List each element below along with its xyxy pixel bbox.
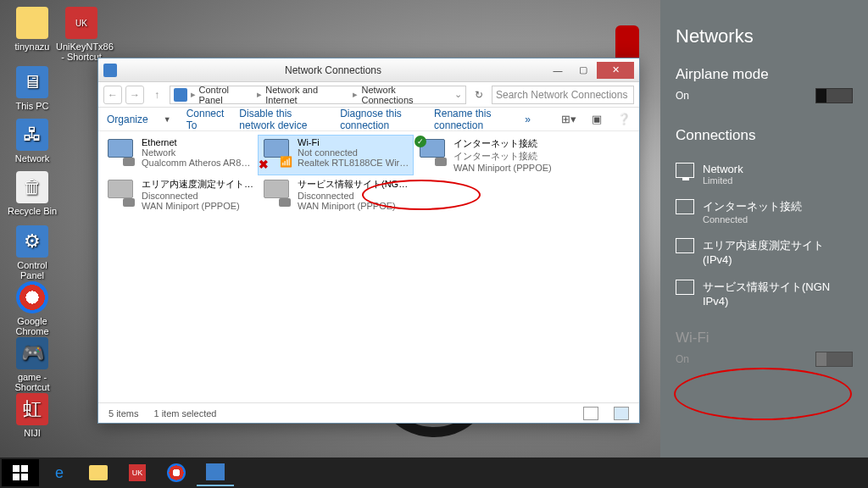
- crumb-sep: ▸: [191, 89, 196, 100]
- desktop-icon-controlpanel[interactable]: ⚙Control Panel: [7, 225, 58, 280]
- desktop-icon-recyclebin[interactable]: 🗑Recycle Bin: [7, 171, 58, 216]
- status-bar: 5 items 1 item selected: [98, 402, 639, 423]
- connection-status: Disconnected: [298, 191, 411, 201]
- icons-view-icon[interactable]: [614, 407, 629, 420]
- connection-status: インターネット接続: [453, 150, 567, 163]
- network-icon: 🖧: [16, 119, 48, 151]
- item-count: 5 items: [108, 408, 138, 419]
- breadcrumb-item[interactable]: Network and Internet: [265, 85, 349, 105]
- svg-rect-2: [13, 474, 19, 480]
- connection-item-ethernet[interactable]: EthernetNetworkQualcomm Atheros AR8151 P…: [102, 135, 258, 175]
- connection-icon: [260, 178, 292, 210]
- close-button[interactable]: ✕: [597, 62, 634, 79]
- charm-connection-network[interactable]: NetworkLimited: [676, 156, 853, 192]
- breadcrumb-item[interactable]: Control Panel: [199, 85, 254, 105]
- window-title: Network Connections: [122, 64, 544, 76]
- icon-label: NIJI: [24, 428, 41, 438]
- crumb-sep: ▸: [353, 89, 358, 100]
- refresh-button[interactable]: ↻: [470, 86, 488, 104]
- connection-item-internet-jp[interactable]: ✓ インターネット接続インターネット接続WAN Miniport (PPPOE): [414, 135, 570, 175]
- breadcrumb-item[interactable]: Network Connections: [361, 85, 448, 105]
- desktop-icon-network[interactable]: 🖧Network: [7, 119, 58, 164]
- chrome-icon: [16, 281, 48, 313]
- taskbar: e UK: [0, 458, 868, 488]
- connection-name: サービス情報サイト(NGN IPv4): [298, 178, 411, 191]
- search-input[interactable]: Search Network Connections: [492, 86, 634, 104]
- more-button[interactable]: »: [525, 114, 531, 125]
- airplane-mode-toggle[interactable]: [815, 88, 853, 103]
- unikey-icon: UK: [129, 464, 146, 481]
- airplane-mode-state: On: [676, 90, 689, 102]
- app-icon: [206, 463, 225, 480]
- disable-device-button[interactable]: Disable this network device: [239, 108, 325, 131]
- wifi-signal-icon: 📶: [280, 156, 292, 168]
- desktop-icon-thispc[interactable]: 🖥This PC: [7, 66, 58, 111]
- app-icon: 虹: [16, 393, 48, 425]
- charm-connection-ngn[interactable]: サービス情報サイト(NGN IPv4): [676, 273, 853, 314]
- connection-name: Wi-Fi: [298, 137, 411, 147]
- icon-label: This PC: [15, 101, 48, 111]
- charm-item-status: Connected: [703, 214, 802, 225]
- rename-button[interactable]: Rename this connection: [434, 108, 509, 131]
- disconnected-x-icon: ✖: [259, 158, 269, 171]
- icon-label: Control Panel: [17, 260, 47, 280]
- desktop-icon-tinynazu[interactable]: tinynazu: [7, 7, 58, 52]
- toolbar: Organize▼ Connect To Disable this networ…: [98, 108, 639, 131]
- desktop-icon-game[interactable]: 🎮game - Shortcut: [7, 337, 58, 392]
- desktop-icon-unikey[interactable]: UKUniKeyNTx86 - Shortcut: [56, 7, 107, 62]
- details-view-icon[interactable]: [583, 407, 598, 420]
- recycle-bin-icon: 🗑: [16, 171, 48, 203]
- charm-item-status: Limited: [703, 175, 743, 186]
- connection-status: Not connected: [298, 147, 411, 158]
- connection-status: Disconnected: [142, 191, 255, 201]
- preview-pane-icon[interactable]: ▣: [592, 113, 602, 125]
- wifi-state: On: [676, 353, 689, 365]
- charm-connection-area[interactable]: エリア内速度測定サイト(IPv4): [676, 231, 853, 273]
- wifi-section-title: Wi-Fi: [676, 330, 853, 347]
- network-connections-window: Network Connections — ▢ ✕ ← → ↑ ▸ Contro…: [97, 58, 640, 424]
- start-button[interactable]: [2, 459, 39, 486]
- maximize-button[interactable]: ▢: [571, 62, 595, 79]
- charm-item-name: インターネット接続: [703, 199, 802, 214]
- connections-title: Connections: [676, 127, 853, 144]
- connect-to-button[interactable]: Connect To: [186, 108, 225, 131]
- networks-charm-panel: Networks Airplane mode On Connections Ne…: [660, 0, 868, 488]
- desktop-icon-niji[interactable]: 虹NIJI: [7, 393, 58, 438]
- pc-icon: 🖥: [16, 66, 48, 98]
- connection-item-area-ipv4[interactable]: エリア内速度測定サイト(IPv4)DisconnectedWAN Minipor…: [102, 175, 258, 214]
- connection-name: エリア内速度測定サイト(IPv4): [142, 178, 255, 191]
- charm-item-name: エリア内速度測定サイト(IPv4): [703, 238, 853, 266]
- minimize-button[interactable]: —: [546, 62, 570, 79]
- taskbar-explorer[interactable]: [80, 459, 117, 486]
- up-button[interactable]: ↑: [147, 86, 166, 104]
- desktop-icon-chrome[interactable]: Google Chrome: [7, 281, 58, 336]
- ie-icon: e: [55, 464, 64, 482]
- taskbar-app[interactable]: [197, 459, 234, 486]
- taskbar-ie[interactable]: e: [41, 459, 78, 486]
- address-bar[interactable]: ▸ Control Panel ▸ Network and Internet ▸…: [170, 86, 466, 104]
- wifi-toggle[interactable]: [815, 352, 853, 367]
- organize-button[interactable]: Organize: [107, 114, 148, 125]
- titlebar[interactable]: Network Connections — ▢ ✕: [98, 58, 639, 82]
- charm-item-name: サービス情報サイト(NGN IPv4): [703, 280, 853, 308]
- diagnose-button[interactable]: Diagnose this connection: [340, 108, 419, 131]
- charm-item-name: Network: [703, 163, 743, 175]
- folder-icon: [16, 7, 48, 39]
- forward-button[interactable]: →: [125, 86, 144, 104]
- connection-icon: [104, 137, 136, 169]
- navbar: ← → ↑ ▸ Control Panel ▸ Network and Inte…: [98, 82, 639, 108]
- taskbar-chrome[interactable]: [158, 459, 195, 486]
- connection-item-wifi[interactable]: 📶✖ Wi-FiNot connectedRealtek RTL8188CE W…: [258, 135, 414, 175]
- connection-icon: 📶✖: [260, 137, 292, 169]
- dropdown-icon[interactable]: ⌄: [454, 89, 462, 100]
- connection-item-ngn-ipv4[interactable]: サービス情報サイト(NGN IPv4)DisconnectedWAN Minip…: [258, 175, 414, 214]
- monitor-icon: [676, 163, 694, 178]
- view-options-icon[interactable]: ⊞▾: [561, 113, 576, 125]
- explorer-icon: [89, 465, 108, 480]
- charm-connection-internet[interactable]: インターネット接続Connected: [676, 192, 853, 231]
- crumb-sep: ▸: [257, 89, 262, 100]
- taskbar-unikey[interactable]: UK: [119, 459, 156, 486]
- back-button[interactable]: ←: [103, 86, 122, 104]
- help-icon[interactable]: ❔: [617, 113, 631, 125]
- connection-name: インターネット接続: [453, 137, 567, 150]
